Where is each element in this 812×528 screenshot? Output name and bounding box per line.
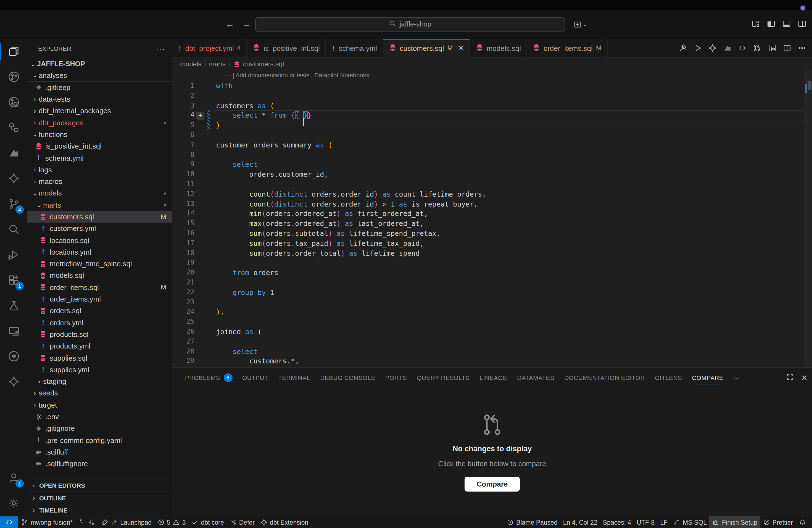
- tree-item-supplies.yml[interactable]: !supplies.yml: [27, 364, 172, 376]
- tab-order-items.sql[interactable]: order_items.sqlM: [527, 39, 608, 57]
- tree-item-order-items.yml[interactable]: !order_items.yml: [27, 293, 172, 305]
- status-item-problems[interactable]: 53: [155, 516, 189, 528]
- breadcrumb-item-models[interactable]: models: [180, 60, 201, 68]
- section-outline[interactable]: ›OUTLINE: [27, 492, 172, 504]
- tree-item-.env[interactable]: .env: [27, 411, 172, 423]
- status-item-indentation[interactable]: Spaces: 4: [600, 516, 634, 528]
- code-editor[interactable]: ··· | Add documentation or tests | Datap…: [172, 70, 812, 367]
- status-item-launchpad[interactable]: Launchpad: [98, 516, 155, 528]
- toggle-primary-sidebar-button[interactable]: [767, 19, 775, 30]
- more-actions-button[interactable]: [798, 44, 807, 53]
- activity-item-github[interactable]: [0, 343, 27, 369]
- tree-item-schema.yml[interactable]: !schema.yml: [27, 152, 172, 164]
- toggle-panel-button[interactable]: [782, 19, 791, 30]
- tab-dbt-project.yml[interactable]: !dbt_project.yml4: [172, 39, 247, 57]
- panel-tab-ports[interactable]: PORTS: [380, 368, 412, 387]
- status-item-notifications[interactable]: [796, 516, 809, 528]
- panel-tab-documentation-editor[interactable]: DOCUMENTATION EDITOR: [559, 368, 650, 387]
- status-item-finish-setup[interactable]: Finish Setup: [710, 516, 760, 528]
- tree-item-order-items.sql[interactable]: order_items.sqlM: [27, 281, 172, 293]
- breadcrumb-item-marts[interactable]: marts: [209, 60, 226, 68]
- tree-item-logs[interactable]: ›logs: [27, 164, 172, 176]
- status-item-dbt-extension[interactable]: dbt Extension: [257, 516, 311, 528]
- activity-item-settings[interactable]: [0, 490, 27, 516]
- activity-item-dbt-extension[interactable]: [0, 369, 27, 394]
- status-item-prettier[interactable]: Prettier: [760, 516, 796, 528]
- tree-item-locations.yml[interactable]: !locations.yml: [27, 246, 172, 258]
- dbt-power-user-button[interactable]: [708, 44, 717, 53]
- tab-schema.yml[interactable]: !schema.yml: [326, 39, 383, 57]
- section-open-editors[interactable]: ›OPEN EDITORS: [27, 480, 172, 492]
- tree-item-target[interactable]: ›target: [27, 399, 172, 411]
- activity-item-datapilot[interactable]: [0, 140, 27, 166]
- tree-item-metricflow-time-spine.sql[interactable]: metricflow_time_spine.sql: [27, 258, 172, 270]
- tree-item-analyses[interactable]: ⌄analyses: [27, 70, 172, 82]
- scrollbar-thumb[interactable]: [808, 81, 811, 90]
- breadcrumb[interactable]: models › marts › customers.sql: [172, 58, 812, 70]
- status-item-blame[interactable]: Blame Paused: [504, 516, 561, 528]
- status-item-pipeline[interactable]: [85, 516, 98, 528]
- nav-back-button[interactable]: ←: [226, 19, 234, 29]
- status-item-eol[interactable]: LF: [657, 516, 670, 528]
- tree-item-.gitkeep[interactable]: .gitkeep: [27, 82, 172, 93]
- tree-item-macros[interactable]: ›macros: [27, 176, 172, 188]
- tree-item-marts[interactable]: ⌄marts●: [27, 199, 172, 211]
- tree-item-data-tests[interactable]: ›data-tests: [27, 93, 172, 105]
- compare-button[interactable]: Compare: [465, 476, 520, 491]
- datapilot-button[interactable]: [723, 44, 732, 53]
- activity-item-search[interactable]: [0, 217, 27, 242]
- command-center-search[interactable]: jaffle-shop: [255, 17, 565, 32]
- tree-item-staging[interactable]: ›staging: [27, 376, 172, 387]
- compile-code-button[interactable]: [738, 44, 747, 53]
- breadcrumb-item-file[interactable]: customers.sql: [243, 60, 284, 68]
- tree-item-.pre-commit-config.yaml[interactable]: !.pre-commit-config.yaml: [27, 435, 172, 446]
- tree-item-models.sql[interactable]: models.sql: [27, 270, 172, 282]
- tree-item-dbt-internal-packages[interactable]: ›dbt_internal_packages: [27, 105, 172, 117]
- remote-indicator[interactable]: [0, 516, 18, 528]
- toggle-secondary-sidebar-button[interactable]: [798, 19, 807, 30]
- panel-tab-compare[interactable]: COMPARE: [687, 368, 728, 387]
- tree-item-is-positive-int.sql[interactable]: is_positive_int.sql: [27, 140, 172, 152]
- tree-item-products.yml[interactable]: !products.yml: [27, 340, 172, 352]
- panel-tab-problems[interactable]: PROBLEMS8: [180, 368, 237, 387]
- panel-tab-query-results[interactable]: QUERY RESULTS: [412, 368, 475, 387]
- tree-item-jaffle-shop[interactable]: ⌄JAFFLE-SHOP: [27, 58, 172, 70]
- close-icon[interactable]: ✕: [459, 44, 464, 52]
- customize-layout-button[interactable]: [751, 19, 760, 30]
- panel-tab-debug-console[interactable]: DEBUG CONSOLE: [315, 368, 380, 387]
- nav-forward-button[interactable]: →: [242, 19, 251, 29]
- tree-item-functions[interactable]: ⌄functions: [27, 129, 172, 141]
- tree-item-dbt-packages[interactable]: ›dbt_packages●: [27, 117, 172, 129]
- panel-more-tabs-button[interactable]: ···: [728, 368, 745, 387]
- tree-item-seeds[interactable]: ›seeds: [27, 387, 172, 399]
- open-remote-window-button[interactable]: ⌄: [574, 20, 587, 28]
- panel-tab-terminal[interactable]: TERMINAL: [273, 368, 315, 387]
- section-timeline[interactable]: ›TIMELINE: [27, 504, 172, 516]
- split-editor-button[interactable]: [783, 44, 792, 53]
- status-item-branch[interactable]: mwong-fusion*: [18, 516, 85, 528]
- panel-tab-output[interactable]: OUTPUT: [237, 368, 273, 387]
- git-compare-button[interactable]: [753, 44, 762, 53]
- tree-item-.sqlfluff[interactable]: .sqlfluff: [27, 446, 172, 458]
- tree-item-locations.sql[interactable]: locations.sql: [27, 234, 172, 246]
- tree-item-models[interactable]: ⌄models●: [27, 188, 172, 200]
- activity-item-extensions[interactable]: 1: [0, 267, 27, 293]
- tree-item-supplies.sql[interactable]: supplies.sql: [27, 352, 172, 364]
- status-item-encoding[interactable]: UTF-8: [634, 516, 657, 528]
- activity-item-dbt-query-history[interactable]: [0, 89, 27, 115]
- run-query-button[interactable]: [693, 44, 702, 53]
- tree-item-orders.yml[interactable]: !orders.yml: [27, 317, 172, 328]
- activity-item-testing[interactable]: [0, 293, 27, 318]
- codelens-actions[interactable]: ··· | Add documentation or tests | Datap…: [225, 72, 369, 78]
- maximize-panel-button[interactable]: [786, 372, 795, 382]
- activity-item-dbt-flow[interactable]: [0, 115, 27, 140]
- panel-tab-gitlens[interactable]: GITLENS: [650, 368, 687, 387]
- activity-item-explorer[interactable]: [0, 39, 27, 64]
- status-item-defer[interactable]: Defer: [227, 516, 257, 528]
- explorer-more-actions-button[interactable]: ···: [156, 44, 165, 53]
- tree-item-products.sql[interactable]: products.sql: [27, 328, 172, 340]
- tree-item-.sqlfluffignore[interactable]: .sqlfluffignore: [27, 458, 172, 470]
- status-item-cursor-position[interactable]: Ln 4, Col 22: [561, 516, 600, 528]
- build-tools-button[interactable]: ⌄: [679, 44, 687, 53]
- panel-tab-lineage[interactable]: LINEAGE: [475, 368, 512, 387]
